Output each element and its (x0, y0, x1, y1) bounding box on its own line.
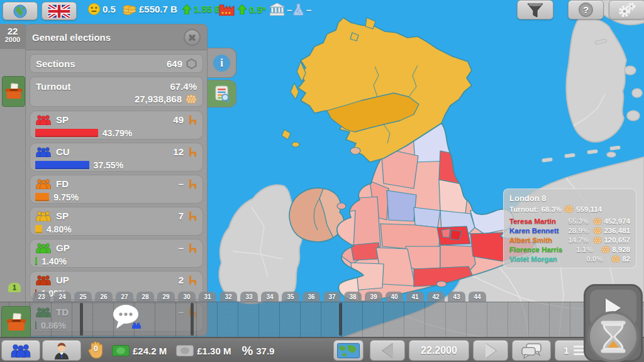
isle-of-man (350, 148, 360, 155)
close-icon[interactable] (184, 29, 201, 46)
timeline-week-tab[interactable]: 28 (136, 292, 154, 302)
tooltip-turnout-label: Turnout: (509, 206, 538, 213)
timeline-week-tab[interactable]: 41 (406, 292, 424, 302)
party-row[interactable]: CU 12 37.55% (30, 143, 203, 172)
timeline-week-tab[interactable]: 32 (219, 292, 237, 302)
timeline-week-tab[interactable]: 40 (386, 292, 403, 302)
candidate-percent: 0.0% (586, 255, 611, 263)
timeline-separator (80, 303, 83, 336)
timeline-week-tab[interactable]: 34 (261, 292, 279, 302)
crowd-icon (186, 94, 197, 104)
party-people-icon (35, 146, 52, 157)
world-map-button[interactable] (333, 340, 364, 361)
election-week-cell[interactable] (2, 76, 25, 107)
messages-button[interactable] (512, 340, 551, 361)
timeline-week-tab[interactable]: 33 (240, 292, 258, 302)
seat-chair-icon (188, 147, 197, 157)
candidate-list: Teresa Martin 55.3% 452,974 Karen Bennet… (509, 216, 630, 263)
percent-sign: % (242, 344, 253, 358)
party-vote-bar (35, 257, 37, 265)
timeline-week-tab[interactable]: 43 (448, 292, 465, 302)
crowd-icon (593, 236, 602, 244)
timeline-week-tab[interactable]: 44 (469, 292, 486, 302)
hand-actions-icon[interactable]: 0 (88, 340, 104, 361)
turnout-percent: 67.4% (170, 81, 197, 92)
globe-icon (13, 4, 27, 18)
party-row[interactable]: SP 7 4.80% (30, 207, 203, 236)
crowd-icon (593, 227, 602, 234)
election-info-button[interactable]: i (208, 48, 236, 78)
party-people-icon (35, 178, 52, 189)
gear-icon (618, 2, 636, 18)
timeline-week-tab[interactable]: 36 (303, 292, 320, 302)
candidate-name: Florence Harris (509, 246, 576, 253)
settings-button[interactable] (609, 0, 644, 19)
timeline-week-tab[interactable]: 27 (116, 292, 133, 302)
uk-flag-icon (48, 4, 70, 18)
timeline-chat-event[interactable] (112, 304, 142, 334)
info-icon: i (213, 55, 230, 72)
sections-row[interactable]: Sections 649 (30, 54, 203, 73)
timeline-week-tab[interactable]: 38 (344, 292, 362, 302)
timeline-week-tab[interactable]: 37 (323, 292, 341, 302)
timeline-week-tab[interactable]: 23 (33, 292, 50, 302)
candidate-name: Violet Morgan (509, 255, 586, 263)
candidate-votes: 236,481 (604, 227, 630, 234)
party-abbr: SP (56, 114, 69, 125)
timeline-election-week-cell[interactable] (1, 306, 31, 338)
party-row[interactable]: FD – 9.75% (30, 175, 203, 204)
party-vote-bar (35, 129, 98, 137)
game-screen: 0.5 £550.7 B 1.55 B 0.5* (0, 0, 644, 362)
help-button[interactable]: ? (568, 0, 604, 19)
timeline-strip[interactable] (0, 302, 644, 337)
hourglass-icon (599, 321, 627, 353)
timeline-week-tab[interactable]: 35 (282, 292, 299, 302)
northern-ireland[interactable] (289, 188, 343, 242)
treasury-delta: 1.55 B (194, 4, 221, 14)
party-vote-bar (35, 193, 49, 201)
filter-button[interactable] (517, 0, 553, 19)
timeline-week-tab[interactable]: 42 (427, 292, 445, 302)
party-row[interactable]: SP 49 43.79% (30, 111, 203, 140)
politician-button[interactable] (42, 340, 81, 361)
timeline-week-tab[interactable]: 31 (199, 292, 216, 302)
timeline-week-tab[interactable]: 39 (365, 292, 382, 302)
turnout-row[interactable]: Turnout 67.4% 27,938,868 (30, 77, 203, 107)
treasury-up-arrow-icon (182, 4, 191, 14)
party-vote-percent: 1.40% (42, 256, 67, 266)
current-date-button[interactable]: 22.2000 (409, 340, 469, 361)
party-button[interactable] (1, 340, 40, 361)
next-week-button[interactable] (473, 340, 508, 361)
party-abbr: GP (56, 243, 70, 253)
timeline-event-badge: 1 (8, 283, 21, 292)
crowd-icon (601, 246, 610, 253)
timeline-week-tab[interactable]: 24 (53, 292, 71, 302)
candidate-row: Violet Morgan 0.0% 82 (509, 254, 630, 263)
party-abbr: UP (56, 275, 69, 285)
prev-week-button[interactable] (370, 340, 405, 361)
timeline-week-tabs: 23 24 25 26 27 28 29 30 31 32 33 34 35 3… (33, 292, 486, 302)
party-vote-bar (35, 161, 89, 169)
timeline-week-tab[interactable]: 26 (95, 292, 113, 302)
panel-header[interactable]: General elections (26, 25, 207, 50)
task-count: 1 (564, 345, 569, 356)
sections-value: 649 (167, 58, 182, 69)
candidate-votes: 120,657 (604, 236, 630, 244)
party-row[interactable]: GP – 1.40% (30, 239, 203, 268)
world-button[interactable] (3, 2, 38, 20)
hourglass-button[interactable] (587, 311, 639, 362)
government-bank-icon (270, 3, 284, 16)
timeline-week-tab[interactable]: 25 (74, 292, 92, 302)
candidate-votes: 82 (622, 255, 630, 263)
timeline-week-tab[interactable]: 30 (178, 292, 196, 302)
country-flag-button[interactable] (42, 2, 77, 20)
seat-chair-icon (188, 115, 197, 125)
production-delta: 0.5* (249, 4, 266, 15)
production-factory-icon (218, 3, 235, 16)
party-abbr: CU (56, 146, 70, 157)
timeline-week-tab[interactable]: 29 (157, 292, 175, 302)
candidate-percent: 1.1% (576, 246, 601, 253)
current-week: 22 (0, 26, 25, 36)
timeline-separator (191, 303, 194, 336)
election-results-button[interactable] (208, 80, 236, 107)
